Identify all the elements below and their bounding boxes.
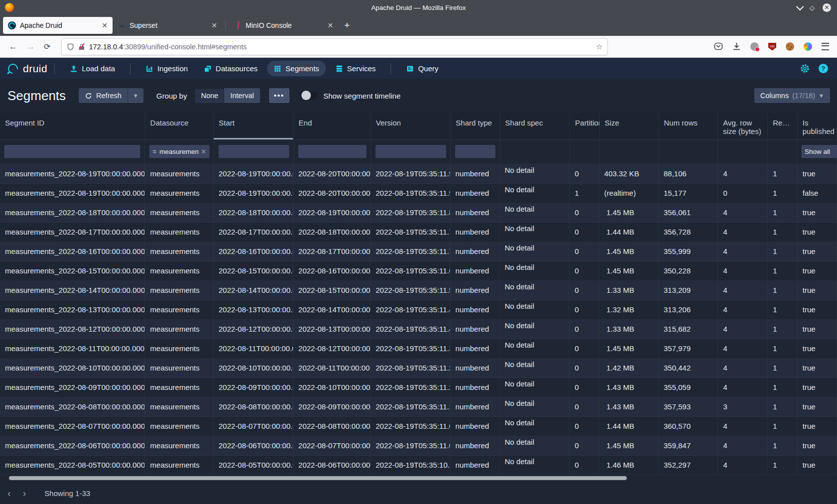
cell-size[interactable]: (realtime)	[599, 184, 659, 203]
menu-icon[interactable]	[822, 43, 829, 50]
cell-is-published[interactable]: true	[798, 164, 837, 183]
cell-is-published[interactable]: true	[798, 300, 837, 319]
cell-is-published[interactable]: true	[798, 397, 837, 416]
cell-replication[interactable]: 1	[768, 378, 797, 397]
cell-start[interactable]: 2022-08-19T00:00:00.0...	[214, 184, 293, 203]
cell-start[interactable]: 2022-08-10T00:00:00.0...	[214, 359, 293, 378]
cell-shard-spec[interactable]: No detail	[500, 261, 569, 280]
insecure-lock-icon[interactable]	[79, 43, 85, 50]
is-published-filter-button[interactable]: Show all	[801, 144, 837, 158]
cell-size[interactable]: 1.43 MB	[599, 397, 659, 416]
cell-num-rows[interactable]: 360,570	[659, 417, 718, 436]
cell-shard-spec[interactable]: No detail	[500, 397, 569, 416]
cell-shard-type[interactable]: numbered	[450, 184, 500, 203]
cell-num-rows[interactable]: 313,209	[659, 281, 718, 300]
nav-services[interactable]: Services	[329, 61, 383, 76]
cell-start[interactable]: 2022-08-19T00:00:00.0...	[214, 164, 293, 183]
table-row[interactable]: measurements_2022-08-15T00:00:00.000Z...…	[0, 261, 837, 281]
filter-input-datasource[interactable]: =measurements✕	[149, 144, 210, 158]
cell-segment-id[interactable]: measurements_2022-08-16T00:00:00.000Z...	[0, 242, 145, 261]
maximize-icon[interactable]: ◇	[810, 4, 815, 11]
cell-datasource[interactable]: measurements	[145, 417, 213, 436]
cell-datasource[interactable]: measurements	[145, 281, 213, 300]
cell-size[interactable]: 1.45 MB	[599, 339, 659, 358]
cell-end[interactable]: 2022-08-18T00:00:00.0...	[293, 223, 371, 242]
cell-num-rows[interactable]: 357,979	[659, 339, 718, 358]
cell-segment-id[interactable]: measurements_2022-08-19T00:00:00.000Z...	[0, 184, 145, 203]
cell-start[interactable]: 2022-08-18T00:00:00.0...	[214, 203, 293, 222]
cell-start[interactable]: 2022-08-13T00:00:00.0...	[214, 300, 293, 319]
filter-input-start[interactable]	[218, 144, 289, 158]
tab-close-icon[interactable]: ✕	[327, 21, 333, 29]
cell-end[interactable]: 2022-08-09T00:00:00.0...	[293, 397, 371, 416]
cell-size[interactable]: 1.45 MB	[599, 436, 659, 455]
cell-partition[interactable]: 0	[569, 223, 599, 242]
group-by-none-button[interactable]: None	[195, 88, 224, 103]
tab-minio-console[interactable]: MinIO Console ✕	[229, 17, 338, 34]
cell-end[interactable]: 2022-08-12T00:00:00.0...	[293, 339, 371, 358]
cell-avg-row-size[interactable]: 4	[718, 164, 768, 183]
filter-input-version[interactable]	[375, 144, 446, 158]
cell-partition[interactable]: 0	[569, 203, 599, 222]
cell-start[interactable]: 2022-08-14T00:00:00.0...	[214, 281, 293, 300]
table-row[interactable]: measurements_2022-08-10T00:00:00.000Z...…	[0, 359, 837, 378]
cell-size[interactable]: 1.44 MB	[599, 417, 659, 436]
columns-picker-button[interactable]: Columns (17/18) ▼	[754, 88, 830, 103]
cell-avg-row-size[interactable]: 4	[718, 417, 768, 436]
cell-is-published[interactable]: true	[798, 436, 837, 455]
cell-shard-type[interactable]: numbered	[450, 359, 500, 378]
cell-end[interactable]: 2022-08-13T00:00:00.0...	[293, 320, 371, 339]
cell-replication[interactable]: 1	[768, 339, 797, 358]
next-page-button[interactable]: ›	[18, 488, 31, 499]
cell-version[interactable]: 2022-08-19T05:35:11.4...	[371, 320, 450, 339]
cell-version[interactable]: 2022-08-19T05:35:11.6...	[371, 261, 450, 280]
cell-partition[interactable]: 0	[569, 378, 599, 397]
extension-containers-icon[interactable]	[750, 42, 759, 51]
cell-num-rows[interactable]: 350,442	[659, 359, 718, 378]
cell-version[interactable]: 2022-08-19T05:35:11.4...	[371, 300, 450, 319]
cell-segment-id[interactable]: measurements_2022-08-15T00:00:00.000Z...	[0, 261, 145, 280]
cell-is-published[interactable]: true	[798, 223, 837, 242]
table-row[interactable]: measurements_2022-08-05T00:00:00.000Z...…	[0, 456, 837, 475]
cell-partition[interactable]: 0	[569, 359, 599, 378]
filter-input-segment-id[interactable]	[4, 144, 140, 158]
cell-segment-id[interactable]: measurements_2022-08-05T00:00:00.000Z...	[0, 456, 145, 475]
cell-datasource[interactable]: measurements	[145, 397, 213, 416]
cell-size[interactable]: 1.33 MB	[599, 281, 659, 300]
cell-partition[interactable]: 0	[569, 456, 599, 475]
cell-end[interactable]: 2022-08-15T00:00:00.0...	[293, 281, 371, 300]
cell-start[interactable]: 2022-08-07T00:00:00.0...	[214, 417, 293, 436]
table-row[interactable]: measurements_2022-08-19T00:00:00.000Z...…	[0, 184, 837, 203]
cell-replication[interactable]: 1	[768, 242, 797, 261]
prev-page-button[interactable]: ‹	[3, 488, 15, 499]
table-row[interactable]: measurements_2022-08-16T00:00:00.000Z...…	[0, 242, 837, 261]
cell-size[interactable]: 1.33 MB	[599, 320, 659, 339]
cell-replication[interactable]: 1	[768, 359, 797, 378]
tracking-shield-icon[interactable]	[67, 43, 74, 51]
close-window-icon[interactable]: ✕	[823, 3, 831, 12]
tab-close-icon[interactable]: ✕	[102, 21, 108, 29]
cell-num-rows[interactable]: 355,059	[659, 378, 718, 397]
cell-partition[interactable]: 0	[569, 339, 599, 358]
cell-replication[interactable]: 1	[768, 223, 797, 242]
cell-segment-id[interactable]: measurements_2022-08-19T00:00:00.000Z...	[0, 164, 145, 183]
cell-end[interactable]: 2022-08-16T00:00:00.0...	[293, 261, 371, 280]
cell-shard-type[interactable]: numbered	[450, 339, 500, 358]
table-row[interactable]: measurements_2022-08-11T00:00:00.000Z...…	[0, 339, 837, 359]
cell-end[interactable]: 2022-08-06T00:00:00.0...	[293, 456, 371, 475]
cell-end[interactable]: 2022-08-08T00:00:00.0...	[293, 417, 371, 436]
cell-shard-spec[interactable]: No detail	[500, 417, 569, 436]
cell-datasource[interactable]: measurements	[145, 339, 213, 358]
cell-shard-type[interactable]: numbered	[450, 164, 500, 183]
tab-close-icon[interactable]: ✕	[211, 21, 217, 29]
cell-size[interactable]: 1.45 MB	[599, 242, 659, 261]
table-row[interactable]: measurements_2022-08-17T00:00:00.000Z...…	[0, 223, 837, 242]
cell-segment-id[interactable]: measurements_2022-08-13T00:00:00.000Z...	[0, 300, 145, 319]
reload-button[interactable]: ⟳	[44, 42, 50, 51]
tab-apache-druid[interactable]: Apache Druid ✕	[3, 17, 113, 34]
cell-shard-type[interactable]: numbered	[450, 320, 500, 339]
refresh-options-button[interactable]: ▼	[128, 88, 143, 103]
cell-is-published[interactable]: true	[798, 242, 837, 261]
column-header-segment-id[interactable]: Segment ID	[0, 113, 145, 139]
nav-ingestion[interactable]: Ingestion	[139, 61, 194, 76]
